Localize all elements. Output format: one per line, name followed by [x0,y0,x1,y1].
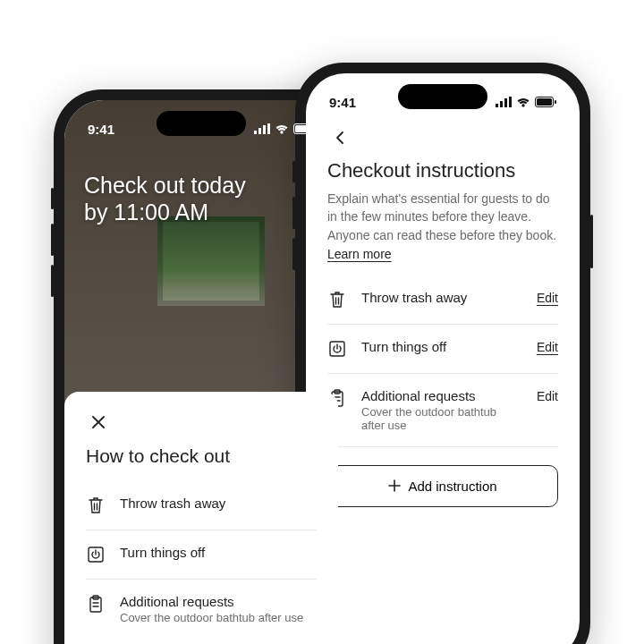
close-icon [92,416,105,428]
dynamic-island [398,84,487,109]
svg-rect-0 [254,131,257,134]
hero-window [157,216,265,306]
edit-button[interactable]: Edit [537,388,558,403]
checkout-sheet: How to check out Throw trash away Turn t… [64,392,338,644]
svg-rect-15 [537,98,552,106]
svg-rect-16 [555,100,556,104]
hero-title: Check out today by 11:00 AM [84,172,318,225]
svg-rect-1 [258,128,261,134]
svg-rect-3 [267,123,270,134]
cellular-icon [254,123,270,134]
status-icons [496,97,556,107]
list-item-label: Throw trash away [120,496,317,511]
list-item-sub: Cover the outdoor bathtub after use [120,611,317,624]
instruction-row: Throw trash away Edit [327,275,558,325]
status-time: 9:41 [88,122,114,137]
wifi-icon [275,123,289,134]
list-item: Turn things off [86,530,317,580]
battery-icon [535,97,556,107]
page-title: Checkout instructions [327,159,558,182]
add-instruction-label: Add instruction [408,479,496,494]
svg-rect-13 [509,97,512,107]
svg-rect-12 [504,98,507,107]
sheet-title: How to check out [86,445,317,467]
learn-more-link[interactable]: Learn more [327,247,392,261]
clipboard-icon [86,594,106,614]
wifi-icon [516,97,530,107]
battery-icon [293,123,315,134]
edit-button[interactable]: Edit [537,290,558,305]
svg-rect-6 [313,127,315,131]
instruction-row: Additional requests Cover the outdoor ba… [327,374,558,447]
list-item-label: Turn things off [120,545,317,560]
instruction-label: Turn things off [361,339,522,354]
power-icon [86,545,106,564]
power-icon [327,339,347,359]
list-item: Throw trash away [86,481,317,530]
svg-rect-11 [500,101,503,107]
list-item: Additional requests Cover the outdoor ba… [86,580,317,639]
close-button[interactable] [86,410,111,435]
page-desc: Explain what's essential for guests to d… [327,190,558,244]
dynamic-island [157,111,246,136]
list-item-label: Additional requests [120,594,317,609]
trash-icon [327,290,347,309]
instruction-label: Throw trash away [361,290,522,305]
plus-icon [388,479,401,492]
instruction-label: Additional requests [361,388,522,403]
phone-host: 9:41 Checkout instructions Explain what'… [295,63,590,644]
instruction-row: Turn things off Edit [327,325,558,374]
svg-rect-10 [496,104,498,107]
status-time: 9:41 [329,95,356,110]
edit-button[interactable]: Edit [537,339,558,354]
cellular-icon [496,97,512,107]
svg-rect-2 [263,125,266,134]
status-icons [254,123,315,134]
instruction-sub: Cover the outdoor bathtub after use [361,405,522,432]
trash-icon [86,496,106,515]
add-instruction-button[interactable]: Add instruction [327,465,558,507]
svg-rect-5 [295,125,310,132]
